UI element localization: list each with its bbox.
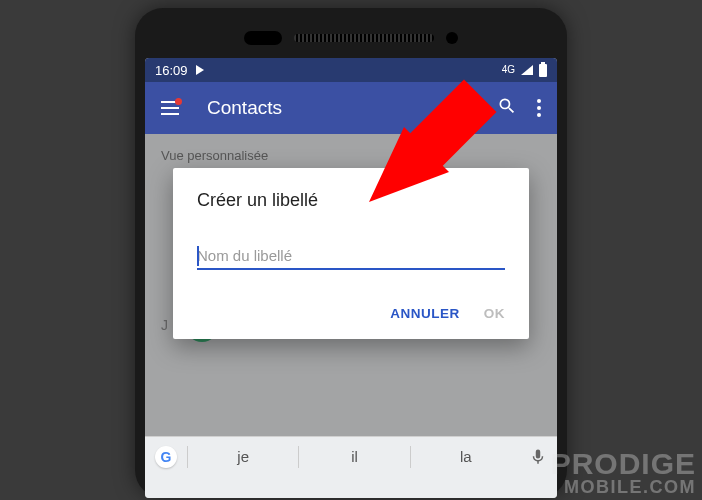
watermark-line1: PRODIGE xyxy=(551,450,696,479)
signal-icon xyxy=(521,65,533,75)
more-button[interactable] xyxy=(537,99,541,117)
text-cursor xyxy=(197,246,199,266)
screen: 16:09 4G Contacts Vue personnali xyxy=(145,58,557,498)
create-label-dialog: Créer un libellé ANNULER OK xyxy=(173,168,529,339)
watermark: PRODIGE MOBILE.COM xyxy=(551,450,696,496)
mic-icon[interactable] xyxy=(529,448,547,466)
phone-hardware-top xyxy=(145,18,557,58)
app-bar: Contacts xyxy=(145,82,557,134)
app-title: Contacts xyxy=(207,97,497,119)
google-icon[interactable]: G xyxy=(155,446,177,468)
soft-keyboard[interactable]: G je il la xyxy=(145,436,557,498)
watermark-line2: MOBILE.COM xyxy=(551,479,696,496)
dialog-title: Créer un libellé xyxy=(197,190,505,211)
play-store-icon xyxy=(196,65,204,75)
battery-icon xyxy=(539,64,547,77)
cancel-button[interactable]: ANNULER xyxy=(390,306,460,321)
suggestion-1[interactable]: je xyxy=(187,446,298,468)
speaker-grille xyxy=(294,34,434,42)
search-button[interactable] xyxy=(497,96,517,120)
phone-frame: 16:09 4G Contacts Vue personnali xyxy=(135,8,567,498)
ok-button[interactable]: OK xyxy=(484,306,505,321)
status-time: 16:09 xyxy=(155,63,188,78)
network-label: 4G xyxy=(502,65,515,75)
sensor-dot xyxy=(446,32,458,44)
menu-button[interactable] xyxy=(161,101,179,115)
camera-cutout xyxy=(244,31,282,45)
suggestion-3[interactable]: la xyxy=(410,446,521,468)
suggestion-2[interactable]: il xyxy=(298,446,409,468)
notification-dot-icon xyxy=(175,98,182,105)
status-bar: 16:09 4G xyxy=(145,58,557,82)
label-name-input[interactable] xyxy=(197,243,505,270)
